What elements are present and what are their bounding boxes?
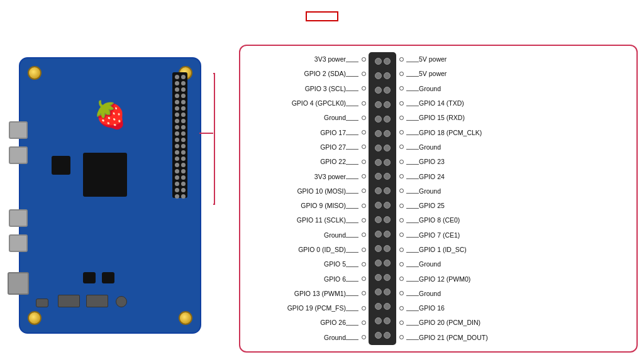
right-label-18: GPIO 24 — [419, 171, 523, 182]
right-dot-14 — [399, 145, 404, 149]
left-label-29: GPIO 5 — [245, 258, 346, 270]
left-label-7: GPIO 4 (GPCLK0) — [245, 97, 346, 109]
left-line-2 — [346, 90, 358, 91]
left-label-35: GPIO 19 (PCM_FS) — [245, 302, 346, 314]
pin-pair-35-36 — [370, 301, 394, 312]
hdmi-port-1 — [58, 295, 80, 307]
left-label-15: GPIO 22 — [245, 156, 346, 167]
hdmi-port-2 — [86, 295, 108, 307]
right-label-26: GPIO 7 (CE1) — [419, 229, 523, 241]
left-dot-11 — [362, 130, 366, 134]
usb-port-4 — [9, 234, 28, 252]
left-line-5 — [346, 134, 358, 135]
right-dot-12 — [399, 130, 404, 134]
usb-port-2 — [9, 146, 28, 164]
left-dot-37 — [362, 321, 366, 325]
right-line-9 — [406, 193, 419, 194]
left-line-3 — [346, 106, 358, 106]
right-label-38: GPIO 20 (PCM_DIN) — [419, 317, 523, 328]
pin-15 — [375, 159, 382, 166]
pin-21 — [375, 202, 382, 209]
left-labels: 3V3 powerGPIO 2 (SDA)GPIO 3 (SCL)GPIO 4 … — [245, 52, 346, 345]
left-line-16 — [346, 295, 358, 296]
right-dot-8 — [399, 101, 404, 106]
left-label-9: Ground — [245, 112, 346, 123]
pin-pair-31-32 — [370, 272, 394, 283]
small-chip-2 — [83, 272, 96, 283]
pin-6 — [384, 87, 391, 94]
pin-rows-container: 3V3 powerGPIO 2 (SDA)GPIO 3 (SCL)GPIO 4 … — [245, 52, 631, 345]
pin-pair-25-26 — [370, 229, 394, 240]
left-dot-39 — [362, 335, 366, 339]
right-label-6: Ground — [419, 83, 523, 94]
right-dot-36 — [399, 306, 404, 310]
pin-pair-13-14 — [370, 142, 394, 153]
left-line-19 — [346, 339, 358, 340]
right-line-6 — [406, 149, 419, 150]
right-label-2: 5V power — [419, 53, 523, 65]
left-dot-29 — [362, 262, 366, 266]
left-dot-19 — [362, 189, 366, 193]
right-line-15 — [406, 281, 419, 282]
pin-11 — [375, 130, 382, 137]
pin-13 — [375, 145, 382, 151]
right-line-4 — [406, 120, 419, 121]
pin-pair-11-12 — [370, 128, 394, 139]
right-dot-6 — [399, 86, 404, 90]
pin-40 — [384, 332, 391, 339]
left-dot-33 — [362, 291, 366, 295]
usb-c-port — [36, 299, 48, 307]
small-chip-3 — [102, 272, 114, 283]
right-line-19 — [406, 339, 419, 340]
audio-jack — [116, 296, 127, 307]
pin-pair-5-6 — [370, 84, 394, 96]
right-dot-24 — [399, 218, 404, 222]
pin-pair-17-18 — [370, 171, 394, 182]
right-line-14 — [406, 266, 419, 267]
right-dot-2 — [399, 57, 404, 62]
left-line-8 — [346, 178, 358, 179]
left-dot-5 — [362, 86, 366, 90]
right-label-10: GPIO 15 (RXD) — [419, 112, 523, 123]
pin-1 — [375, 58, 382, 65]
pin-4 — [384, 72, 391, 79]
pin-38 — [384, 317, 391, 324]
pin-23 — [375, 216, 382, 223]
right-dot-10 — [399, 116, 404, 120]
main-chip — [83, 153, 127, 197]
pin-26 — [384, 231, 391, 238]
right-line-1 — [406, 76, 419, 77]
pin-27 — [375, 245, 382, 252]
pin-24 — [384, 216, 391, 223]
right-line-18 — [406, 325, 419, 326]
left-line-17 — [346, 310, 358, 311]
right-label-32: GPIO 12 (PWM0) — [419, 273, 523, 285]
right-line-12 — [406, 237, 419, 238]
left-line-11 — [346, 222, 358, 223]
pin-pair-9-10 — [370, 113, 394, 124]
left-line-6 — [346, 149, 358, 150]
pin-10 — [384, 116, 391, 123]
right-line-3 — [406, 106, 419, 106]
right-line-2 — [406, 90, 419, 91]
left-dot-1 — [362, 57, 366, 62]
right-dot-32 — [399, 277, 404, 281]
left-dot-31 — [362, 277, 366, 281]
right-label-30: Ground — [419, 258, 523, 270]
right-dot-26 — [399, 233, 404, 237]
pin-22 — [384, 202, 391, 209]
corner-mount-bl — [28, 311, 42, 325]
right-dot-22 — [399, 204, 404, 208]
pin-pair-7-8 — [370, 99, 394, 110]
right-line-13 — [406, 252, 419, 253]
gpio-header-strip — [172, 72, 187, 198]
left-label-31: GPIO 6 — [245, 273, 346, 285]
pin-5 — [375, 87, 382, 94]
pin-pair-19-20 — [370, 185, 394, 197]
pin-17 — [375, 173, 382, 180]
pin-32 — [384, 274, 391, 281]
right-lines — [406, 52, 419, 345]
pin-connector-block — [369, 52, 396, 345]
pin-pair-33-34 — [370, 287, 394, 298]
left-label-33: GPIO 13 (PWM1) — [245, 288, 346, 299]
